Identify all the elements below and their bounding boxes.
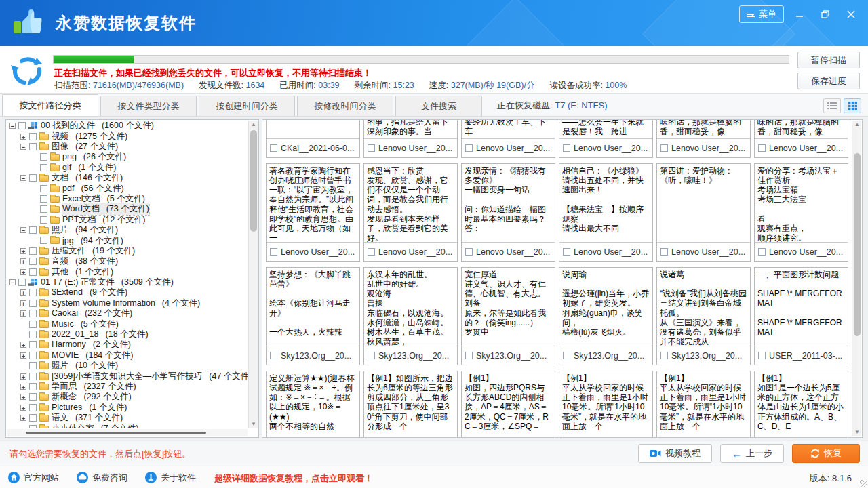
tree-item-checkbox[interactable] bbox=[29, 331, 37, 338]
tree-item[interactable]: +音频(38 个文件) bbox=[7, 256, 248, 266]
tree-item-checkbox[interactable] bbox=[29, 310, 37, 317]
file-card[interactable]: 【例1】 如图1是一个边长为5厘米的正方体，这个正方体是由边长为1厘米的小正方体… bbox=[754, 371, 848, 437]
restore-button[interactable] bbox=[815, 6, 835, 22]
file-card[interactable]: 第四讲：爱护动物：《听，嚎哇！》Lenovo User__20... bbox=[656, 163, 751, 262]
file-card[interactable]: 相信自己：《小绿狼》 请找出五处不同，并快速圈出来！ 【糖果法宝一】按顺序观察 … bbox=[559, 163, 653, 262]
file-checkbox[interactable] bbox=[270, 144, 277, 152]
file-card[interactable]: 说诸葛 “说刘备”我们从刘备桃园三结义讲到刘备白帝城托孤。 从《三国演义》来看，… bbox=[656, 267, 751, 365]
tree-item-checkbox[interactable] bbox=[40, 153, 47, 161]
file-card[interactable]: 宽仁厚道 讲义气、识人才、有仁德、心机智、有大志。 刘备 原来，尔等是如此看我的… bbox=[461, 267, 555, 365]
tree-item[interactable]: +其他(1 个文件) bbox=[7, 266, 248, 277]
file-card[interactable]: 发现亲情：《猜猜我有多爱你》 一幅图变身一句话 问：你知道描绘一幅图时最基本的四… bbox=[461, 163, 555, 262]
recover-button[interactable]: 恢复 bbox=[792, 444, 860, 463]
file-card[interactable]: 的事，指凡是给人留下深刻印象的事。当Lenovo User__20... bbox=[363, 120, 458, 158]
file-checkbox[interactable] bbox=[563, 248, 570, 256]
grid-view-button[interactable] bbox=[844, 98, 861, 113]
expand-icon[interactable]: + bbox=[20, 248, 26, 254]
tree-item-checkbox[interactable] bbox=[29, 143, 37, 150]
tree-item-checkbox[interactable] bbox=[29, 373, 37, 380]
file-checkbox[interactable] bbox=[368, 144, 375, 152]
tree-item-checkbox[interactable] bbox=[29, 352, 37, 359]
tree-item-checkbox[interactable] bbox=[40, 205, 47, 213]
tree-item[interactable]: +[3059]小学语文知识大全—小学写作技巧(47 个文件) bbox=[7, 371, 248, 381]
tree-item-checkbox[interactable] bbox=[40, 164, 47, 171]
expand-icon[interactable]: + bbox=[20, 342, 26, 348]
tree-item-checkbox[interactable] bbox=[40, 185, 47, 192]
tree-item-checkbox[interactable] bbox=[29, 133, 37, 140]
tree-item[interactable]: +System Volume Information(4 个文件) bbox=[7, 298, 248, 308]
tree-item[interactable]: 照片(10 个文件) bbox=[7, 361, 248, 371]
expand-icon[interactable]: + bbox=[20, 394, 26, 400]
expand-icon[interactable]: + bbox=[20, 300, 26, 306]
tree-item[interactable]: +视频(1275 个文件) bbox=[7, 131, 248, 141]
collapse-icon[interactable]: − bbox=[20, 175, 26, 181]
tree-item-checkbox[interactable] bbox=[18, 122, 26, 129]
file-checkbox[interactable] bbox=[368, 248, 375, 256]
tree-item-checkbox[interactable] bbox=[29, 425, 37, 428]
tree-item[interactable]: +新概念(292 个文件) bbox=[7, 392, 248, 402]
tutorial-promo-text[interactable]: 超级详细数据恢复教程，点击立即观看！ bbox=[214, 472, 373, 485]
tree-item[interactable]: Music(5 个文件) bbox=[7, 319, 248, 329]
tree-item-checkbox[interactable] bbox=[29, 383, 37, 390]
tree-item[interactable]: +压缩文件(19 个文件) bbox=[7, 246, 248, 256]
file-card[interactable]: 定义新运算★★)(迎春杯试题规定 ※＝×－÷。例如：※＝×－÷＝。根据以上的规定… bbox=[266, 371, 360, 437]
expand-icon[interactable]: + bbox=[20, 269, 26, 275]
tree-item-checkbox[interactable] bbox=[40, 237, 47, 244]
grid-vertical-scrollbar[interactable]: ▲ ▼ bbox=[852, 121, 861, 436]
file-checkbox[interactable] bbox=[660, 352, 668, 359]
tree-item[interactable]: −00 找到的文件(1600 个文件) bbox=[7, 121, 248, 131]
list-view-button[interactable] bbox=[823, 98, 841, 113]
file-card[interactable]: 著名教育学家陶行知在创办晓庄师范时曾手书一联：“以宇宙为教室，奉自然为宗师。”以… bbox=[266, 163, 360, 262]
file-card[interactable]: 要经历无数次上车、下车Lenovo User__20... bbox=[461, 120, 555, 158]
previous-step-button[interactable]: ← 上一步 bbox=[720, 444, 784, 463]
file-checkbox[interactable] bbox=[465, 248, 473, 256]
file-checkbox[interactable] bbox=[563, 144, 570, 152]
resize-grip[interactable] bbox=[860, 480, 867, 487]
about-software-link[interactable]: 关于软件 bbox=[145, 472, 196, 484]
file-card[interactable]: 说周瑜 遥想公瑾(jǐn)当年，小乔初嫁了，雄姿英发。 羽扇纶(guān)巾，谈… bbox=[559, 267, 653, 365]
file-card[interactable]: CKai__2021-06-0... bbox=[266, 120, 360, 158]
tree-item[interactable]: +学而思(2327 个文件) bbox=[7, 382, 248, 392]
tree-item-checkbox[interactable] bbox=[29, 268, 37, 276]
collapse-icon[interactable]: − bbox=[20, 144, 26, 150]
tree-item[interactable]: jpg(94 个文件) bbox=[7, 235, 248, 245]
file-card[interactable]: 感恩当下：欣赏 发现、欣赏、感谢，它们不仅仅是一个个动词，而是教会我们用行动去感… bbox=[363, 163, 458, 262]
pause-scan-button[interactable]: 暂停扫描 bbox=[797, 52, 860, 68]
scroll-down-arrow-icon[interactable]: ▼ bbox=[249, 420, 258, 428]
collapse-icon[interactable]: − bbox=[9, 123, 16, 129]
free-consult-link[interactable]: 免费咨询 bbox=[77, 472, 127, 484]
file-card[interactable]: 爱的分享：考场法宝＋佳作赏析 考场法宝箱 考场三大法宝 看 观察有重点， 顺序须… bbox=[754, 163, 848, 262]
tree-item[interactable]: +Pictures(1 个文件) bbox=[7, 403, 248, 413]
file-checkbox[interactable] bbox=[270, 248, 277, 256]
tree-item-checkbox[interactable] bbox=[18, 279, 26, 286]
file-card[interactable]: 坚持梦想：《大脚丫跳芭蕾》 绘本《你别想让河马走开》 一个大热天，火辣辣Sky1… bbox=[266, 267, 360, 365]
tree-item-checkbox[interactable] bbox=[29, 321, 37, 328]
expand-icon[interactable]: + bbox=[20, 373, 26, 380]
expand-icon[interactable]: + bbox=[20, 352, 26, 359]
expand-icon[interactable]: + bbox=[20, 289, 26, 296]
file-checkbox[interactable] bbox=[563, 352, 570, 359]
file-checkbox[interactable] bbox=[660, 248, 668, 256]
close-button[interactable] bbox=[841, 6, 861, 22]
file-checkbox[interactable] bbox=[465, 352, 473, 359]
tree-scrollbar-thumb[interactable] bbox=[250, 130, 257, 232]
expand-icon[interactable]: + bbox=[20, 405, 26, 411]
tree-item[interactable]: +MOVIE(184 个文件) bbox=[7, 350, 248, 361]
tree-item[interactable]: −01 T7 (E:) 正常文件(3509 个文件) bbox=[7, 277, 248, 287]
file-card[interactable]: 【例1】如图所示，把边长为6厘米的等边三角形剪成四部分，从三角形顶点往下1厘米处… bbox=[363, 371, 458, 437]
tree-item[interactable]: −图像(27 个文件) bbox=[7, 142, 248, 152]
save-progress-button[interactable]: 保存进度 bbox=[797, 73, 860, 89]
tree-item-checkbox[interactable] bbox=[29, 404, 37, 411]
official-website-link[interactable]: 官方网站 bbox=[8, 472, 59, 484]
expand-icon[interactable]: + bbox=[20, 384, 26, 390]
tree-item[interactable]: gif(1 个文件) bbox=[7, 163, 248, 173]
expand-icon[interactable]: + bbox=[20, 310, 26, 317]
tree-item[interactable]: PPT文档(12 个文件) bbox=[7, 215, 248, 225]
tree-item[interactable]: +Harmony(2 个文件) bbox=[7, 340, 248, 350]
file-card[interactable]: 【例1】 平太从学校回家的时候正下着雨，雨里是1小时10毫米。所谓“1小时10毫… bbox=[559, 371, 653, 437]
tree-item-checkbox[interactable] bbox=[29, 362, 37, 369]
tab-file-search[interactable]: 文件搜索 bbox=[395, 96, 482, 116]
file-checkbox[interactable] bbox=[758, 248, 766, 256]
tab-by-type[interactable]: 按文件类型分类 bbox=[100, 96, 197, 116]
file-checkbox[interactable] bbox=[660, 144, 668, 152]
